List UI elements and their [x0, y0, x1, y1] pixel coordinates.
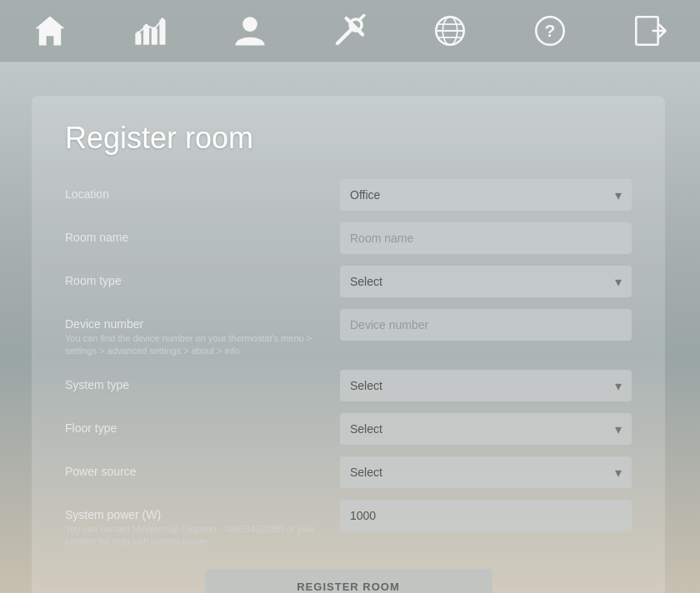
system-power-hint: You can contact MyWarmup (Support - 0845…	[65, 523, 323, 549]
system-type-label: System type	[65, 370, 340, 391]
power-source-select-wrapper: Select Electric Gas	[340, 456, 632, 488]
device-number-row: Device number You can find the device nu…	[65, 309, 632, 358]
svg-point-6	[152, 27, 156, 30]
device-number-hint: You can find the device number on your t…	[65, 332, 323, 358]
stats-icon[interactable]	[125, 6, 175, 56]
power-source-select[interactable]: Select Electric Gas	[340, 456, 632, 488]
svg-text:?: ?	[545, 21, 556, 40]
room-type-control: Select Bedroom Bathroom Kitchen Living R…	[340, 266, 632, 297]
room-type-row: Room type Select Bedroom Bathroom Kitche…	[65, 266, 632, 297]
device-number-label: Device number You can find the device nu…	[65, 309, 340, 358]
system-power-row: System power (W) You can contact MyWarmu…	[65, 500, 632, 549]
device-number-control	[340, 309, 632, 341]
power-source-label: Power source	[65, 456, 340, 478]
location-select[interactable]: Office Home Other	[340, 179, 632, 211]
room-type-label: Room type	[65, 266, 340, 287]
room-name-row: Room name	[65, 222, 632, 254]
room-type-select[interactable]: Select Bedroom Bathroom Kitchen Living R…	[340, 266, 632, 297]
room-name-input[interactable]	[340, 222, 632, 254]
page-title: Register room	[65, 121, 632, 156]
system-type-select-wrapper: Select Electric Hydronic	[340, 370, 632, 401]
power-source-row: Power source Select Electric Gas	[65, 456, 632, 488]
location-select-wrapper: Office Home Other	[340, 179, 632, 211]
svg-rect-2	[152, 28, 158, 44]
settings-icon[interactable]	[325, 6, 375, 56]
room-name-label: Room name	[65, 222, 340, 244]
location-control: Office Home Other	[340, 179, 632, 211]
room-type-select-wrapper: Select Bedroom Bathroom Kitchen Living R…	[340, 266, 632, 297]
system-type-control: Select Electric Hydronic	[340, 370, 632, 401]
system-power-control	[340, 500, 632, 531]
system-power-label: System power (W) You can contact MyWarmu…	[65, 500, 340, 549]
location-row: Location Office Home Other	[65, 179, 632, 211]
home-icon[interactable]	[25, 6, 75, 56]
svg-point-8	[242, 17, 258, 32]
svg-point-4	[137, 31, 140, 34]
svg-rect-3	[159, 20, 165, 45]
floor-type-control: Select Tile Wood Carpet Stone	[340, 413, 632, 445]
location-label: Location	[65, 179, 340, 201]
svg-point-7	[161, 18, 164, 22]
floor-type-select[interactable]: Select Tile Wood Carpet Stone	[340, 413, 632, 445]
globe-icon[interactable]	[425, 6, 475, 56]
register-room-button[interactable]: REGISTER ROOM	[205, 569, 492, 593]
logout-icon[interactable]	[625, 6, 675, 56]
system-power-input[interactable]	[340, 500, 632, 531]
svg-line-11	[359, 16, 363, 20]
floor-type-select-wrapper: Select Tile Wood Carpet Stone	[340, 413, 632, 445]
system-type-select[interactable]: Select Electric Hydronic	[340, 370, 632, 401]
floor-type-label: Floor type	[65, 413, 340, 435]
svg-point-5	[144, 24, 148, 27]
help-icon[interactable]: ?	[525, 6, 575, 56]
navbar: ?	[0, 0, 700, 62]
register-room-card: Register room Location Office Home Other…	[32, 96, 665, 593]
power-source-control: Select Electric Gas	[340, 456, 632, 488]
device-number-input[interactable]	[340, 309, 632, 341]
floor-type-row: Floor type Select Tile Wood Carpet Stone	[65, 413, 632, 445]
room-name-control	[340, 222, 632, 254]
system-type-row: System type Select Electric Hydronic	[65, 370, 632, 401]
svg-rect-1	[143, 26, 149, 45]
user-icon[interactable]	[225, 6, 275, 56]
